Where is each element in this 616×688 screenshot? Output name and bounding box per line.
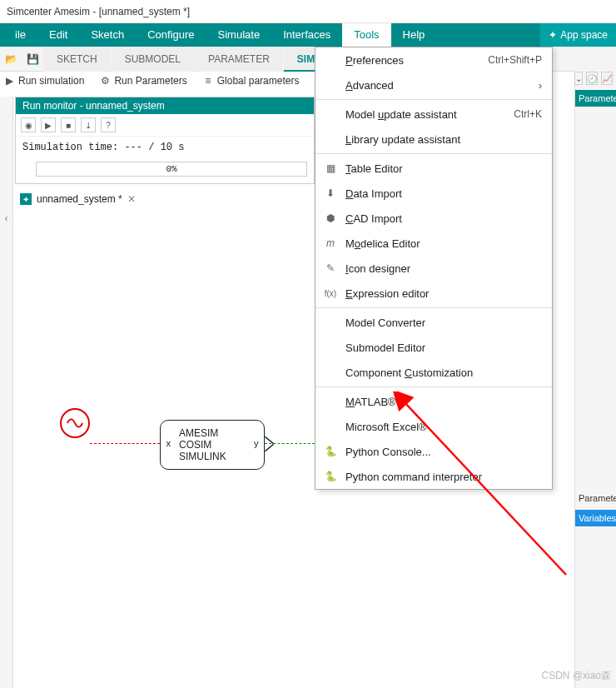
pencil-icon: ✎ [324, 262, 337, 275]
modelica-icon: m [324, 237, 337, 250]
menu-preferences[interactable]: Preferences Ctrl+Shift+P [315, 47, 552, 72]
run-parameters-label: Run Parameters [114, 75, 186, 87]
menu-separator [315, 99, 552, 100]
block-line3: SIMULINK [179, 451, 226, 462]
signal-source-node[interactable] [60, 408, 90, 438]
triangle-port-icon [265, 437, 273, 451]
window-titlebar: Simcenter Amesim - [unnamed_system *] [0, 0, 616, 23]
app-space-label: App space [560, 29, 608, 41]
menu-table-editor[interactable]: ▦ Table Editor [315, 156, 552, 181]
cube-icon: ⬢ [324, 212, 337, 225]
simulation-time-label: Simulation time: --- / 10 s [16, 137, 314, 158]
tab-parameter[interactable]: PARAMETER [195, 47, 283, 72]
list-icon: ≡ [202, 75, 214, 87]
tab-submodel[interactable]: SUBMODEL [112, 47, 194, 72]
menu-simulate[interactable]: Simulate [206, 23, 272, 47]
block-line1: AMESIM [179, 427, 226, 439]
tools-dropdown: Preferences Ctrl+Shift+P Advanced › Mode… [315, 47, 553, 490]
progress-label: 0% [37, 162, 306, 176]
python-icon: 🐍 [324, 470, 337, 483]
menu-component-customization[interactable]: Component Customization [315, 360, 552, 385]
menu-help[interactable]: Help [391, 23, 437, 47]
menu-modelica-editor[interactable]: m Modelica Editor [315, 231, 552, 256]
chevron-down-icon[interactable]: ⌄ [574, 72, 583, 85]
document-icon: ✦ [20, 193, 32, 205]
menu-file[interactable]: ile [3, 23, 37, 47]
right-tab-parameters[interactable]: Parameters [575, 90, 616, 107]
menubar: ile Edit Sketch Configure Simulate Inter… [0, 23, 616, 47]
shortcut-label: Ctrl+K [514, 108, 542, 120]
menu-sketch[interactable]: Sketch [79, 23, 136, 47]
chevron-right-icon: › [539, 79, 542, 92]
menu-advanced[interactable]: Advanced › [315, 72, 552, 97]
collapse-icon[interactable]: ‹ [2, 213, 12, 223]
menu-separator [315, 153, 552, 154]
help-icon[interactable]: ? [101, 117, 116, 132]
menu-tools[interactable]: Tools [342, 23, 390, 47]
menu-submodel-editor[interactable]: Submodel Editor [315, 335, 552, 360]
record-icon[interactable]: ◉ [21, 117, 36, 132]
menu-icon-designer[interactable]: ✎ Icon designer [315, 256, 552, 281]
document-tab[interactable]: ✦ unnamed_system * ✕ [20, 193, 136, 205]
grid-icon: ▦ [324, 162, 337, 175]
chart-icon[interactable]: 📈 [601, 72, 613, 85]
right-tab-parameters2[interactable]: Parameters [575, 490, 616, 506]
block-line2: COSIM [179, 439, 226, 451]
global-parameters-label: Global parameters [217, 75, 300, 87]
menu-cad-import[interactable]: ⬢ CAD Import [315, 206, 552, 231]
play-icon[interactable]: ▶ [41, 117, 56, 132]
left-gutter: ‹ [0, 97, 13, 688]
run-monitor: Run monitor - unnamed_system ◉ ▶ ■ ⤓ ? S… [15, 97, 315, 184]
shortcut-label: Ctrl+Shift+P [488, 54, 542, 66]
sine-wave-icon [66, 414, 84, 432]
menu-model-converter[interactable]: Model Converter [315, 310, 552, 335]
right-tab-variables[interactable]: Variables [575, 510, 616, 526]
run-parameters-button[interactable]: ⚙ Run Parameters [99, 75, 186, 87]
watermark: CSDN @xiao森 [541, 669, 611, 683]
wire-output [265, 443, 315, 444]
app-space-button[interactable]: ✦ App space [540, 23, 616, 47]
menu-matlab[interactable]: MATLAB® [315, 389, 552, 414]
menu-edit[interactable]: Edit [37, 23, 79, 47]
python-icon: 🐍 [324, 445, 337, 458]
port-out-label: y [253, 439, 259, 449]
import-icon: ⬇ [324, 187, 337, 200]
menu-expression-editor[interactable]: f(x) Expression editor [315, 281, 552, 306]
play-icon: ▶ [3, 75, 15, 87]
save-icon[interactable]: 💾 [23, 50, 42, 68]
menu-configure[interactable]: Configure [136, 23, 206, 47]
right-panel: ⌄ 🕘 📈 Parameters Parameters Variables [574, 70, 616, 688]
window-title: Simcenter Amesim - [unnamed_system *] [7, 6, 190, 17]
menu-interfaces[interactable]: Interfaces [271, 23, 342, 47]
run-simulation-label: Run simulation [18, 75, 84, 87]
global-parameters-button[interactable]: ≡ Global parameters [202, 75, 300, 87]
menu-python-interpreter[interactable]: 🐍 Python command interpreter [315, 464, 552, 489]
progress-bar: 0% [36, 162, 307, 177]
wire-input [90, 443, 160, 444]
port-in-label: x [166, 439, 171, 449]
menu-data-import[interactable]: ⬇ Data Import [315, 181, 552, 206]
step-icon[interactable]: ⤓ [81, 117, 96, 132]
close-icon[interactable]: ✕ [127, 193, 136, 205]
menu-python-console[interactable]: 🐍 Python Console... [315, 439, 552, 464]
gear-icon: ⚙ [99, 75, 111, 87]
stop-icon[interactable]: ■ [61, 117, 76, 132]
function-icon: f(x) [324, 287, 337, 300]
run-simulation-button[interactable]: ▶ Run simulation [3, 75, 84, 87]
cosim-block[interactable]: x y AMESIM COSIM SIMULINK [160, 420, 265, 470]
open-icon[interactable]: 📂 [2, 50, 20, 68]
menu-library-update[interactable]: Library update assistant [315, 127, 552, 152]
run-monitor-title: Run monitor - unnamed_system [16, 97, 314, 114]
menu-model-update[interactable]: Model update assistant Ctrl+K [315, 102, 552, 127]
menu-excel[interactable]: Microsoft Excel® [315, 414, 552, 439]
document-name: unnamed_system * [37, 193, 122, 205]
menu-separator [315, 307, 552, 308]
app-space-icon: ✦ [549, 29, 557, 41]
tab-sketch[interactable]: SKETCH [43, 47, 111, 72]
clock-icon[interactable]: 🕘 [586, 72, 598, 85]
menu-separator [315, 386, 552, 387]
